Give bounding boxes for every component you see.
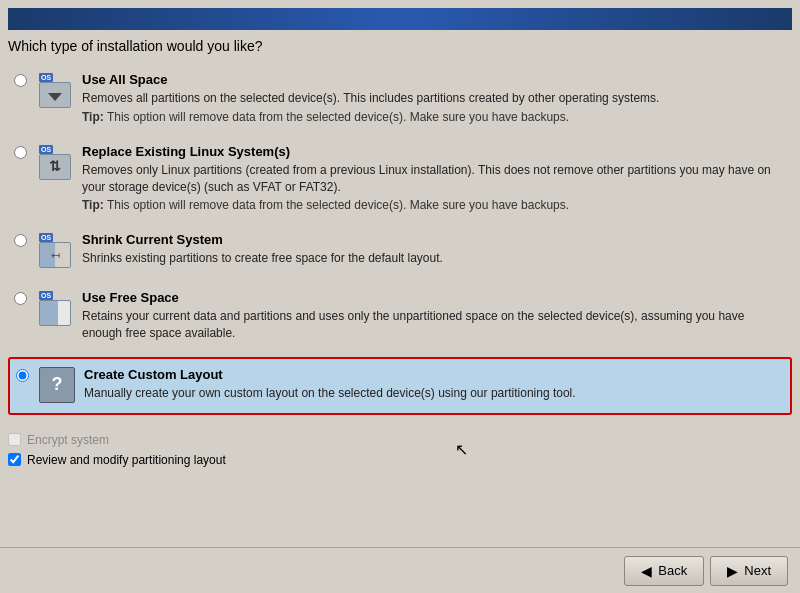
create-custom-icon: ? bbox=[39, 367, 75, 403]
option-use-free-space[interactable]: OS Use Free Space Retains your current d… bbox=[8, 282, 792, 353]
radio-input-replace-linux[interactable] bbox=[14, 146, 27, 159]
radio-input-all-space[interactable] bbox=[14, 74, 27, 87]
back-button[interactable]: ◀ Back bbox=[624, 556, 704, 586]
shrink-desc: Shrinks existing partitions to create fr… bbox=[82, 250, 786, 267]
option-use-all-space[interactable]: OS Use All Space Removes all partitions … bbox=[8, 64, 792, 132]
installation-question: Which type of installation would you lik… bbox=[0, 30, 800, 64]
radio-input-shrink[interactable] bbox=[14, 234, 27, 247]
option-create-custom[interactable]: ? Create Custom Layout Manually create y… bbox=[8, 357, 792, 415]
back-label: Back bbox=[658, 563, 687, 578]
back-icon: ◀ bbox=[641, 563, 652, 579]
use-free-space-icon: OS bbox=[37, 290, 73, 326]
bottom-navigation: ◀ Back ▶ Next bbox=[0, 547, 800, 593]
review-partition-row: Review and modify partitioning layout bbox=[8, 453, 792, 467]
next-label: Next bbox=[744, 563, 771, 578]
next-icon: ▶ bbox=[727, 563, 738, 579]
shrink-title: Shrink Current System bbox=[82, 232, 786, 247]
encrypt-system-row: Encrypt system bbox=[8, 433, 792, 447]
use-all-space-desc: Removes all partitions on the selected d… bbox=[82, 90, 786, 107]
review-partition-checkbox[interactable] bbox=[8, 453, 21, 466]
replace-linux-icon: OS ⇅ bbox=[37, 144, 73, 180]
top-banner bbox=[8, 8, 792, 30]
encrypt-system-checkbox[interactable] bbox=[8, 433, 21, 446]
radio-input-custom[interactable] bbox=[16, 369, 29, 382]
encrypt-system-label: Encrypt system bbox=[27, 433, 109, 447]
replace-linux-tip: Tip: This option will remove data from t… bbox=[82, 198, 786, 212]
option-shrink-current[interactable]: OS ↤ Shrink Current System Shrinks exist… bbox=[8, 224, 792, 278]
options-list: OS Use All Space Removes all partitions … bbox=[0, 64, 800, 415]
cursor: ↖ bbox=[455, 440, 468, 459]
next-button[interactable]: ▶ Next bbox=[710, 556, 788, 586]
free-space-desc: Retains your current data and partitions… bbox=[82, 308, 786, 342]
replace-linux-desc: Removes only Linux partitions (created f… bbox=[82, 162, 786, 196]
use-all-space-title: Use All Space bbox=[82, 72, 786, 87]
free-space-title: Use Free Space bbox=[82, 290, 786, 305]
custom-layout-desc: Manually create your own custom layout o… bbox=[84, 385, 784, 402]
use-all-space-icon: OS bbox=[37, 72, 73, 108]
custom-layout-title: Create Custom Layout bbox=[84, 367, 784, 382]
review-partition-label: Review and modify partitioning layout bbox=[27, 453, 226, 467]
checkboxes-section: Encrypt system Review and modify partiti… bbox=[0, 419, 800, 481]
replace-linux-title: Replace Existing Linux System(s) bbox=[82, 144, 786, 159]
option-replace-linux[interactable]: OS ⇅ Replace Existing Linux System(s) Re… bbox=[8, 136, 792, 221]
use-all-space-tip: Tip: This option will remove data from t… bbox=[82, 110, 786, 124]
shrink-current-icon: OS ↤ bbox=[37, 232, 73, 268]
radio-input-free-space[interactable] bbox=[14, 292, 27, 305]
radio-use-all-space[interactable] bbox=[14, 72, 34, 90]
